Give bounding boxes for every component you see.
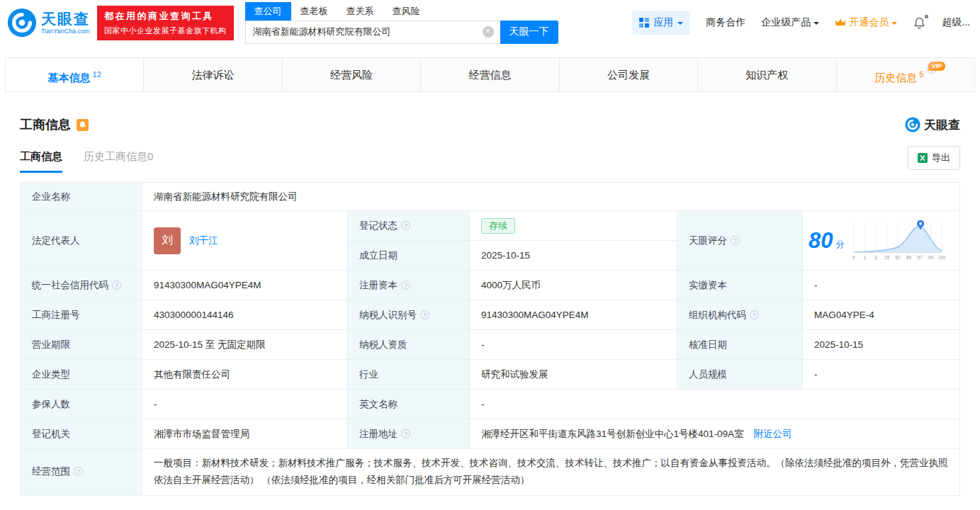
nearby-companies-link[interactable]: 附近公司 [754,429,792,439]
reg-number-value: 430300000144146 [142,300,348,330]
subtab-business-info[interactable]: 工商信息 [20,150,62,173]
notification-bell-icon[interactable] [913,16,926,30]
reg-address-value: 湘潭经开区和平街道东风路31号创新创业中心1号楼401-09A室附近公司 [470,419,960,449]
tianyancha-watermark: 天眼查 [905,117,960,133]
help-icon[interactable] [74,467,83,476]
subtabs: 工商信息 历史工商信息0 [20,150,153,173]
subtab-row: 工商信息 历史工商信息0 导出 [20,146,960,173]
app-grid-icon [639,18,649,28]
score-value-cell: 80 分 [803,211,960,271]
score-value: 80 [809,228,833,254]
approval-date-value: 2025-10-15 [803,330,960,360]
nav-super-vip-label: 超级... [942,16,970,29]
search-tab-relation[interactable]: 查关系 [337,2,383,21]
svg-text:100: 100 [938,255,946,260]
taxpayer-quality-value: - [470,330,677,360]
tab-history-info-count: 5 [919,70,923,79]
search-tab-risk[interactable]: 查风险 [383,2,429,21]
tianyancha-watermark-label: 天眼查 [924,117,960,133]
industry-value: 研究和试验发展 [470,360,677,390]
subtab-history-business-info[interactable]: 历史工商信息0 [84,150,153,173]
org-code-label: 组织机构代码 [677,300,803,330]
help-icon[interactable] [731,236,740,245]
table-row-business-term: 营业期限 2025-10-15 至 无固定期限 纳税人资质 - 核准日期 202… [21,330,960,360]
business-scope-value: 一般项目：新材料技术研发；新材料技术推广服务；技术服务、技术开发、技术咨询、技术… [142,449,960,496]
tab-operating-risk[interactable]: 经营风险 [282,58,420,91]
tab-intellectual-property[interactable]: 知识产权 [697,58,835,91]
reg-capital-label: 注册资本 [348,271,470,300]
help-icon[interactable] [401,221,410,230]
score-chart[interactable]: 0 1 3 15 50 85 97 99 100 [850,217,946,264]
promo-line-1: 都在用的商业查询工具 [104,10,227,23]
nav-business-cooperation-label: 商务合作 [706,16,745,29]
search-box [245,21,500,44]
svg-text:85: 85 [907,255,913,260]
brand-domain: TianYanCha.com [41,28,90,35]
search-tab-boss[interactable]: 查老板 [291,2,337,21]
search-row: 天眼一下 [245,21,558,44]
nav-super-vip[interactable]: 超级... [942,16,970,29]
industry-label: 行业 [348,360,470,390]
business-term-label: 营业期限 [21,330,142,360]
caret-down-icon [891,22,897,28]
help-icon[interactable] [401,280,410,290]
nav-open-vip[interactable]: 开通会员 [835,16,897,29]
export-button[interactable]: 导出 [908,146,960,170]
tianyancha-logo[interactable]: 天眼查 TianYanCha.com [7,8,90,38]
reg-status-label: 登记状态 [348,211,470,241]
tab-history-info-label: 历史信息 [874,72,917,84]
help-icon[interactable] [750,310,759,319]
credit-code-value: 91430300MAG04YPE4M [142,271,348,300]
english-name-value: - [470,390,960,419]
search-tab-company[interactable]: 查公司 [245,2,291,21]
tab-company-development[interactable]: 公司发展 [559,58,697,91]
tab-legal-proceedings[interactable]: 法律诉讼 [143,58,281,91]
nav-business-cooperation[interactable]: 商务合作 [706,16,745,29]
search-button[interactable]: 天眼一下 [500,21,558,44]
apps-label: 应用 [653,16,673,29]
tab-company-development-label: 公司发展 [607,69,650,81]
taxpayer-quality-label: 纳税人资质 [348,330,470,360]
company-section-tabs: 基本信息12 法律诉讼 经营风险 经营信息 公司发展 知识产权 VIP 历史信息… [5,57,975,92]
search-tabs: 查公司 查老板 查关系 查风险 [245,2,558,21]
header-right-nav: 应用 商务合作 企业级产品 开通会员 超级... [632,11,970,35]
tab-basic-info[interactable]: 基本信息12 [6,58,143,91]
paid-capital-value: - [803,271,960,300]
section-header: 工商信息 天眼查 [20,116,960,133]
reg-address-label: 注册地址 [348,419,470,449]
legal-rep-avatar[interactable]: 刘 [154,227,181,254]
tab-intellectual-property-label: 知识产权 [745,69,788,81]
search-input[interactable] [245,21,500,44]
help-icon[interactable] [112,280,121,290]
apps-button[interactable]: 应用 [632,11,690,35]
status-badge: 存续 [481,218,515,234]
nav-open-vip-label: 开通会员 [849,16,889,29]
staff-size-label: 人员规模 [677,360,803,390]
legal-rep-label: 法定代表人 [21,211,142,271]
help-icon[interactable] [401,429,410,438]
score-label: 天眼评分 [677,211,803,271]
nav-enterprise-products[interactable]: 企业级产品 [761,16,819,29]
tab-operating-info[interactable]: 经营信息 [420,58,558,91]
legal-rep-link[interactable]: 刘干江 [189,234,218,247]
taxpayer-id-label: 纳税人识别号 [348,300,470,330]
reg-number-label: 工商注册号 [21,300,142,330]
tab-operating-risk-label: 经营风险 [330,69,373,81]
help-icon[interactable] [420,310,429,319]
tianyancha-logo-icon [7,8,37,38]
svg-text:97: 97 [918,255,923,260]
monitor-bell-icon[interactable] [77,119,89,131]
english-name-label: 英文名称 [348,390,470,419]
legal-rep-value: 刘 刘干江 [142,211,348,271]
tab-history-info[interactable]: VIP 历史信息5 [836,58,974,91]
insured-count-label: 参保人数 [21,390,142,419]
search-clear-icon[interactable] [483,26,494,38]
staff-size-value: - [803,360,960,390]
table-row-company-type: 企业类型 其他有限责任公司 行业 研究和试验发展 人员规模 - [21,360,960,390]
org-code-value: MAG04YPE-4 [803,300,960,330]
section-title: 工商信息 [20,116,71,133]
credit-code-label: 统一社会信用代码 [21,271,142,300]
svg-text:3: 3 [875,255,878,260]
taxpayer-id-value: 91430300MAG04YPE4M [470,300,677,330]
excel-icon [918,153,928,163]
